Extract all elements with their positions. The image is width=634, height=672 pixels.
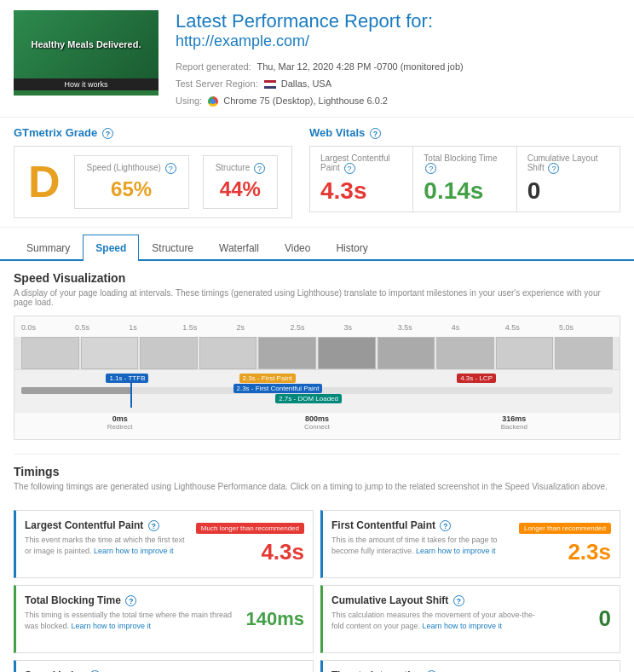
structure-value: 44% xyxy=(216,177,265,201)
timings-title: Timings xyxy=(14,465,620,478)
header: Healthy Meals Delivered. How it works La… xyxy=(0,0,634,118)
cls-timing-help-icon[interactable]: ? xyxy=(453,595,464,606)
gtmetrix-grade-title: GTmetrix Grade ? xyxy=(14,126,292,139)
speed-metric: Speed (Lighthouse) ? 65% xyxy=(74,155,189,209)
thumb-4 xyxy=(199,337,257,369)
test-server-label: Test Server Region: xyxy=(176,78,258,89)
lcp-help-icon[interactable]: ? xyxy=(344,163,355,174)
time-3: 3s xyxy=(344,323,398,332)
vital-tbt: Total Blocking Time ? 0.14s xyxy=(413,147,516,211)
timings-section: Timings The following timings are genera… xyxy=(0,455,634,510)
timing-lcp-title: Largest Contentful Paint ? xyxy=(25,519,187,531)
using-row: Using: Chrome 75 (Desktop), Lighthouse 6… xyxy=(176,93,620,110)
timing-card-lcp-right: Much longer than recommended 4.3s xyxy=(196,519,304,569)
timing-card-lcp[interactable]: Largest Contentful Paint ? This event ma… xyxy=(14,510,314,578)
thumb-5 xyxy=(258,337,316,369)
lcp-value: 4.3s xyxy=(320,177,402,205)
redirect-time: 0ms xyxy=(21,414,218,423)
tbt-label: Total Blocking Time ? xyxy=(424,154,505,174)
using-label: Using: xyxy=(176,96,202,106)
web-vitals-help-icon[interactable]: ? xyxy=(370,128,381,139)
tbt-value: 0.14s xyxy=(424,177,505,205)
using-value: Chrome 75 (Desktop), Lighthouse 6.0.2 xyxy=(223,96,388,106)
time-25: 2.5s xyxy=(290,323,343,332)
lcp-badge: Much longer than recommended xyxy=(196,523,304,534)
timings-grid: Largest Contentful Paint ? This event ma… xyxy=(0,510,634,672)
speed-help-icon[interactable]: ? xyxy=(165,163,176,174)
speed-viz-desc: A display of your page loading at interv… xyxy=(14,288,620,307)
timing-card-fcp[interactable]: First Contentful Paint ? This is the amo… xyxy=(320,510,620,578)
grade-box: D Speed (Lighthouse) ? 65% Structure ? 4… xyxy=(14,146,292,218)
backend-time: 316ms xyxy=(416,414,613,423)
gtmetrix-help-icon[interactable]: ? xyxy=(102,128,113,139)
timing-card-tti[interactable]: Time to Interactive ? This is the time w… xyxy=(320,660,620,672)
timing-card-fcp-right: Longer than recommended 2.3s xyxy=(519,519,611,569)
time-2: 2s xyxy=(236,323,290,332)
screenshots-row xyxy=(14,337,620,369)
first-paint-label: 2.3s - First Paint xyxy=(239,374,296,383)
gtmetrix-grade-title-text: GTmetrix Grade xyxy=(14,126,97,139)
us-flag-icon xyxy=(264,80,276,89)
tbt-learn-link[interactable]: Learn how to improve it xyxy=(72,622,152,630)
thumb-7 xyxy=(378,337,435,369)
tab-bar: Summary Speed Structure Waterfall Video … xyxy=(0,235,634,261)
time-1: 1s xyxy=(129,323,182,332)
tbt-help-icon[interactable]: ? xyxy=(425,163,436,174)
vital-lcp: Largest Contentful Paint ? 4.3s xyxy=(310,147,413,211)
tab-waterfall[interactable]: Waterfall xyxy=(206,235,272,261)
fcp-timing-help-icon[interactable]: ? xyxy=(440,520,451,531)
thumb-10 xyxy=(555,337,613,369)
grade-letter: D xyxy=(28,159,61,204)
tab-structure[interactable]: Structure xyxy=(139,235,206,261)
grades-section: GTmetrix Grade ? D Speed (Lighthouse) ? … xyxy=(0,118,634,228)
structure-metric: Structure ? 44% xyxy=(203,155,278,209)
timeline-bars-area: 1.1s - TTFB 2.3s - First Paint 2.3s - Fi… xyxy=(14,369,620,412)
fcp-timing-value: 2.3s xyxy=(568,539,611,565)
time-4: 4s xyxy=(452,323,505,332)
cls-help-icon[interactable]: ? xyxy=(548,163,559,174)
thumb-6 xyxy=(318,337,376,369)
timing-card-si[interactable]: Speed Index ? This event the first time … xyxy=(14,660,314,672)
time-0: 0.0s xyxy=(21,323,75,332)
time-5: 5.0s xyxy=(559,323,613,332)
web-vitals: Web Vitals ? Largest Contentful Paint ? … xyxy=(309,126,620,218)
speed-label: Speed (Lighthouse) ? xyxy=(87,163,176,174)
site-preview-text: Healthy Meals Delivered. xyxy=(31,39,141,49)
ttfb-label: 1.1s - TTFB xyxy=(106,374,148,383)
structure-help-icon[interactable]: ? xyxy=(254,163,265,174)
backend-label: 316ms Backend xyxy=(416,414,613,431)
cls-value: 0 xyxy=(527,177,609,205)
redirect-text: Redirect xyxy=(21,423,218,431)
timing-cls-desc: This calculation measures the movement o… xyxy=(331,610,543,631)
timing-card-cls-left: Cumulative Layout Shift ? This calculati… xyxy=(331,594,543,644)
lcp-label: Largest Contentful Paint ? xyxy=(320,154,402,174)
timing-card-cls-right: 0 xyxy=(551,594,611,644)
report-generated-value: Thu, Mar 12, 2020 4:28 PM -0700 (monitor… xyxy=(257,61,464,72)
grade-metrics: Speed (Lighthouse) ? 65% Structure ? 44% xyxy=(74,155,278,209)
speed-viz-title: Speed Visualization xyxy=(14,271,620,285)
tab-history[interactable]: History xyxy=(323,235,380,261)
vitals-box: Largest Contentful Paint ? 4.3s Total Bl… xyxy=(309,146,620,212)
lcp-timing-help-icon[interactable]: ? xyxy=(148,520,159,531)
time-35: 3.5s xyxy=(398,323,452,332)
redirect-label: 0ms Redirect xyxy=(21,414,218,431)
tab-summary[interactable]: Summary xyxy=(14,235,83,261)
timeline-container: 0.0s 0.5s 1s 1.5s 2s 2.5s 3s 3.5s 4s 4.5… xyxy=(14,316,620,440)
lcp-learn-link[interactable]: Learn how to improve it xyxy=(94,547,174,555)
structure-label: Structure ? xyxy=(216,163,265,174)
fcp-learn-link[interactable]: Learn how to improve it xyxy=(416,547,496,555)
tbt-timing-value: 140ms xyxy=(245,608,304,630)
report-meta: Report generated: Thu, Mar 12, 2020 4:28… xyxy=(176,59,620,109)
timing-card-cls[interactable]: Cumulative Layout Shift ? This calculati… xyxy=(320,585,620,653)
timing-card-tbt-left: Total Blocking Time ? This timing is ess… xyxy=(25,594,236,644)
timeline-fill-backend xyxy=(21,387,130,394)
tab-speed[interactable]: Speed xyxy=(83,235,139,261)
report-generated-row: Report generated: Thu, Mar 12, 2020 4:28… xyxy=(176,59,620,76)
timing-card-tbt[interactable]: Total Blocking Time ? This timing is ess… xyxy=(14,585,314,653)
time-15: 1.5s xyxy=(182,323,236,332)
thumb-2 xyxy=(81,337,139,369)
tbt-timing-help-icon[interactable]: ? xyxy=(125,595,136,606)
speed-value: 65% xyxy=(87,177,176,201)
cls-learn-link[interactable]: Learn how to improve it xyxy=(423,622,503,630)
tab-video[interactable]: Video xyxy=(272,235,323,261)
